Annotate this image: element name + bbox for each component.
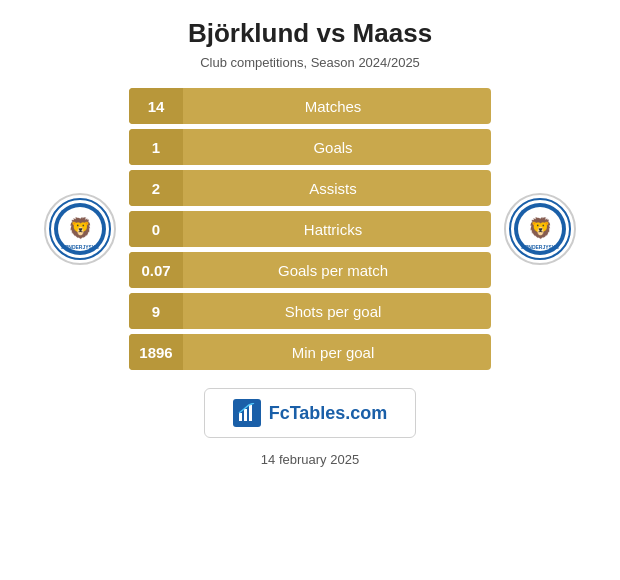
fctables-icon [233, 399, 261, 427]
main-content-row: 🦁 SØNDERJYSKE 14Matches1Goals2Assists0Ha… [0, 88, 620, 370]
left-team-logo: 🦁 SØNDERJYSKE [44, 193, 116, 265]
stat-value: 0.07 [129, 252, 183, 288]
date-footer: 14 february 2025 [261, 452, 359, 467]
stat-row: 1Goals [129, 129, 491, 165]
stat-label: Shots per goal [183, 303, 491, 320]
right-logo-container: 🦁 SØNDERJYSKE [495, 193, 585, 265]
page-subtitle: Club competitions, Season 2024/2025 [200, 55, 420, 70]
stat-label: Matches [183, 98, 491, 115]
stat-row: 0.07Goals per match [129, 252, 491, 288]
stat-label: Hattricks [183, 221, 491, 238]
svg-rect-11 [244, 409, 247, 421]
stat-row: 0Hattricks [129, 211, 491, 247]
stat-label: Goals [183, 139, 491, 156]
stat-row: 9Shots per goal [129, 293, 491, 329]
stat-label: Min per goal [183, 344, 491, 361]
fctables-label: FcTables.com [269, 403, 388, 424]
svg-text:SØNDERJYSKE: SØNDERJYSKE [521, 244, 559, 250]
main-container: Björklund vs Maass Club competitions, Se… [0, 0, 620, 580]
right-team-logo: 🦁 SØNDERJYSKE [504, 193, 576, 265]
stat-value: 14 [129, 88, 183, 124]
svg-text:🦁: 🦁 [68, 216, 93, 240]
svg-rect-10 [239, 413, 242, 421]
stat-value: 2 [129, 170, 183, 206]
svg-text:🦁: 🦁 [528, 216, 553, 240]
stat-row: 1896Min per goal [129, 334, 491, 370]
left-logo-container: 🦁 SØNDERJYSKE [35, 193, 125, 265]
stat-value: 1 [129, 129, 183, 165]
stat-row: 2Assists [129, 170, 491, 206]
fctables-banner[interactable]: FcTables.com [204, 388, 417, 438]
page-title: Björklund vs Maass [188, 18, 432, 49]
stat-row: 14Matches [129, 88, 491, 124]
svg-text:SØNDERJYSKE: SØNDERJYSKE [61, 244, 99, 250]
stat-value: 0 [129, 211, 183, 247]
stat-value: 1896 [129, 334, 183, 370]
stats-column: 14Matches1Goals2Assists0Hattricks0.07Goa… [125, 88, 495, 370]
stat-value: 9 [129, 293, 183, 329]
svg-rect-12 [249, 405, 252, 421]
stat-label: Assists [183, 180, 491, 197]
stat-label: Goals per match [183, 262, 491, 279]
